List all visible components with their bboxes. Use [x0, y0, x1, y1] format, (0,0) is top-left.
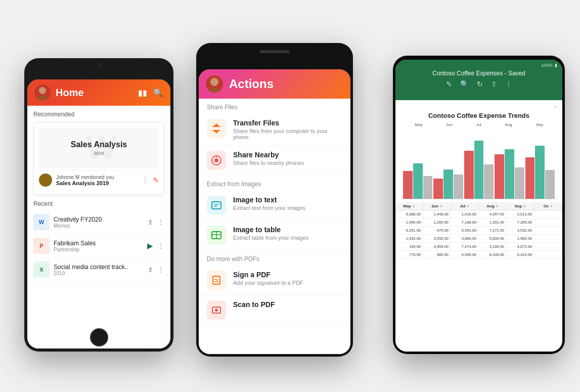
image-table-icon	[207, 226, 226, 245]
share-icon-excel[interactable]: ⇧	[491, 80, 497, 88]
bar-red	[403, 171, 413, 199]
file-row[interactable]: X Social media content track.. 2019 ⇧ ⋮	[33, 258, 164, 282]
cell: 3,190.00	[479, 243, 507, 250]
img-text-desc: Extract text from your images	[233, 205, 342, 211]
file-name: Fabrikam Sales	[54, 240, 143, 247]
action-item-img-text[interactable]: Image to text Extract text from your ima…	[199, 191, 350, 221]
file-action-icon[interactable]: ▶	[147, 241, 153, 250]
cell: 4,072.00	[507, 243, 534, 250]
more-icon[interactable]: ⋮	[142, 176, 149, 184]
battery-level: 100%	[541, 63, 553, 68]
folder-icon[interactable]: ▮▮	[138, 88, 147, 98]
battery-icon: ▮	[555, 63, 557, 68]
more-dots-icon[interactable]: ⋮	[157, 242, 164, 250]
cell: 6,368.00	[395, 210, 423, 218]
bar-gray	[423, 176, 433, 199]
more-dots-icon[interactable]: ⋮	[157, 218, 164, 226]
share-desc: Share files to nearby phones	[233, 160, 342, 166]
search-icon[interactable]: 🔍	[153, 88, 163, 98]
chart-area: ⌃ Contoso Coffee Expense Trends MayJunJu…	[395, 100, 562, 202]
undo-icon[interactable]: ↻	[477, 80, 483, 88]
more-icon-excel[interactable]: ⋮	[505, 80, 512, 88]
bar-group-jun	[433, 169, 463, 199]
cell: 7,188.00	[451, 219, 479, 226]
pdf-label: Do more with PDFs	[199, 250, 350, 266]
cell: 770.00	[395, 251, 423, 258]
pencil-icon[interactable]: ✎	[153, 176, 159, 184]
cell: 1,282.00	[423, 219, 451, 226]
excel-body: ⌃ Contoso Coffee Expense Trends MayJunJu…	[395, 100, 562, 352]
more-dots-icon[interactable]: ⋮	[157, 266, 164, 274]
cell: 7,271.00	[479, 227, 507, 234]
cell: 6,424.00	[507, 251, 534, 258]
cell: 975.00	[423, 227, 451, 234]
file-row[interactable]: P Fabrikam Sales Partnership ▶ ⋮	[33, 234, 164, 258]
mention-text: Johnnie M mentioned you Sales Analysis 2…	[56, 175, 138, 186]
svg-rect-5	[212, 126, 220, 127]
action-item-share[interactable]: Share Nearby Share files to nearby phone…	[199, 146, 350, 176]
svg-point-9	[214, 158, 218, 162]
bar-red	[525, 157, 535, 199]
mention-line: Johnnie M mentioned you	[56, 175, 114, 180]
bar-teal	[413, 163, 423, 199]
cell	[534, 243, 562, 250]
bar-gray	[484, 164, 494, 199]
action-item-transfer[interactable]: Transfer Files Share files from your com…	[199, 114, 350, 146]
action-item-img-table[interactable]: Image to table Extract table from your i…	[199, 221, 350, 250]
sheet-row: 770.00 980.00 6,090.00 8,100.00 6,424.00	[395, 251, 562, 259]
cell	[534, 251, 562, 258]
cell	[534, 210, 562, 218]
cell: 4,057.00	[479, 210, 507, 218]
sheet-row: 6,368.00 1,448.00 1,016.00 4,057.00 2,01…	[395, 210, 562, 219]
img-table-desc: Extract table from your images	[233, 235, 342, 241]
avatar	[34, 84, 51, 101]
recommended-card[interactable]: W Sales Analysis 2019 Johnnie M mentione…	[33, 122, 164, 195]
file-name: Social media content track..	[54, 264, 144, 271]
cell: 5,291.00	[395, 227, 423, 234]
home-icons: ▮▮ 🔍	[138, 88, 163, 98]
bar-teal	[535, 146, 545, 199]
phone-left: Home ▮▮ 🔍 Recommended W Sales Analysis 2…	[24, 58, 173, 352]
excel-header: 100% ▮ Contoso Coffee Expenses - Saved ✎…	[395, 60, 562, 100]
spreadsheet: May▼ Jun▼ Jul▼ Aug▼ Sep▼ Oc▼ 6,368.00 1,…	[395, 202, 562, 259]
sign-icon	[207, 271, 226, 290]
scan-text: Scan to PDF	[233, 300, 342, 310]
ppt-icon: P	[33, 238, 50, 254]
recommended-label: Recommended	[33, 111, 164, 118]
sign-text: Sign a PDF Add your signature to a PDF	[233, 271, 342, 286]
word-icon: W	[33, 214, 50, 230]
image-text-icon	[207, 196, 226, 215]
mention-avatar	[39, 173, 52, 187]
cell	[534, 227, 562, 234]
svg-point-2	[210, 78, 218, 86]
file-info: Fabrikam Sales Partnership	[54, 240, 143, 252]
sales-doc-year: 2019	[94, 151, 104, 156]
chart-bars	[400, 128, 557, 199]
home-button-left[interactable]	[90, 328, 108, 346]
transfer-text: Transfer Files Share files from your com…	[233, 119, 342, 140]
actions-avatar	[206, 75, 223, 93]
col-jun: Jun▼	[423, 202, 451, 210]
transfer-icon	[207, 119, 226, 138]
edit-icon[interactable]: ✎	[446, 80, 452, 88]
bar-red	[495, 154, 504, 199]
img-table-text: Image to table Extract table from your i…	[233, 226, 342, 241]
cell	[534, 235, 562, 242]
action-item-scan[interactable]: Scan to PDF	[199, 295, 350, 325]
file-sub: 2019	[54, 271, 144, 276]
svg-point-20	[215, 309, 218, 312]
transfer-name: Transfer Files	[233, 119, 342, 127]
upload-icon[interactable]: ⇧	[148, 219, 153, 226]
search-icon-excel[interactable]: 🔍	[460, 80, 469, 88]
col-sep: Sep▼	[507, 202, 534, 210]
file-row[interactable]: W Creativity FY2020 Memos ⇧ ⋮	[33, 210, 164, 234]
camera-left	[97, 63, 101, 67]
cell: 1,990.00	[395, 219, 423, 226]
bar-gray	[454, 175, 463, 199]
phone-right: 100% ▮ Contoso Coffee Expenses - Saved ✎…	[393, 56, 565, 354]
sign-name: Sign a PDF	[233, 271, 342, 279]
upload-icon[interactable]: ⇧	[148, 266, 153, 274]
action-item-sign[interactable]: Sign a PDF Add your signature to a PDF	[199, 266, 350, 295]
col-aug: Aug▼	[479, 202, 507, 210]
collapse-icon[interactable]: ⌃	[553, 105, 557, 111]
